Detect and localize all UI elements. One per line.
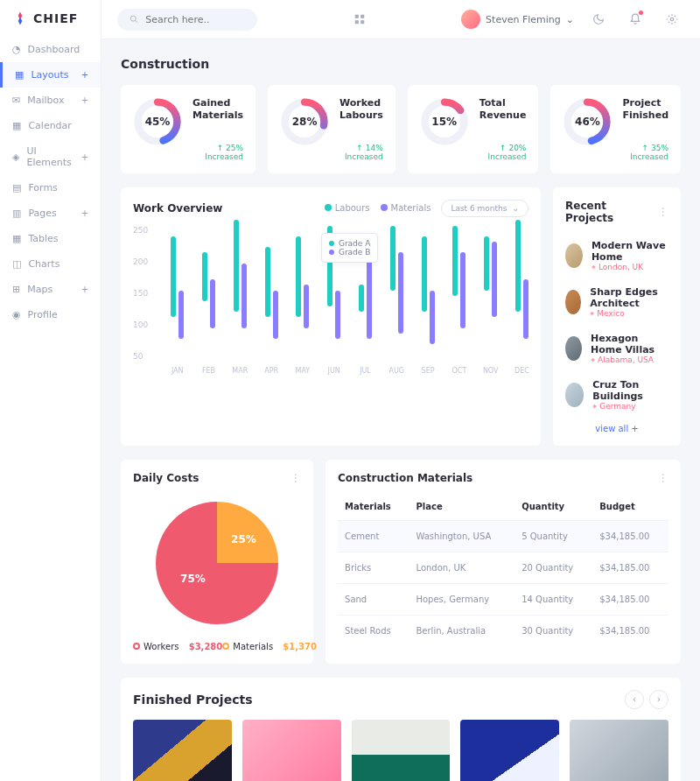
overview-chart: 25020015010050 Grade A Grade B JANFEBMAR… xyxy=(133,226,528,375)
search-box[interactable] xyxy=(117,9,257,31)
bar-column: DEC xyxy=(515,220,528,360)
nav-icon: ⊞ xyxy=(12,284,20,295)
gear-icon xyxy=(666,13,678,25)
nav-label: Mailbox xyxy=(27,95,64,106)
recent-project-item[interactable]: Cruz Ton Buildings⌖Germany xyxy=(565,372,668,419)
finished-project[interactable]: The Great Paradise⌖ Germany xyxy=(352,720,451,781)
project-image xyxy=(242,720,341,781)
nav-icon: ▦ xyxy=(12,120,21,131)
finished-title: Finished Projects xyxy=(133,693,253,707)
nav-label: Maps xyxy=(27,284,52,295)
work-overview-card: Work Overview Labours Materials Last 6 m… xyxy=(121,187,541,446)
kpi-row: 45%Gained Materials↑ 25% Increased28%Wor… xyxy=(121,85,681,173)
bar-column: AUG xyxy=(390,226,403,361)
bar-column: OCT xyxy=(452,226,466,361)
recent-project-item[interactable]: Sharp Edges Architect⌖Mexico xyxy=(565,279,668,326)
sidebar-item-dashboard[interactable]: ◔Dashboard xyxy=(0,37,101,62)
table-row[interactable]: SandHopes, Germany14 Quantity$34,185.00 xyxy=(338,583,668,615)
pin-icon: ⌖ xyxy=(592,402,597,412)
sidebar-item-forms[interactable]: ▤Forms xyxy=(0,175,101,201)
finished-project[interactable]: The Great Paradise⌖ Germany xyxy=(133,720,232,781)
sidebar-item-profile[interactable]: ◉Profile xyxy=(0,302,101,327)
theme-toggle[interactable] xyxy=(586,7,611,32)
more-icon[interactable]: ⋮ xyxy=(658,472,668,484)
finished-project[interactable]: The Great Paradise⌖ Germany xyxy=(460,720,559,781)
sidebar-item-pages[interactable]: ▥Pages+ xyxy=(0,201,101,226)
table-row[interactable]: BricksLondon, UK20 Quantity$34,185.00 xyxy=(338,552,668,583)
svg-point-6 xyxy=(670,18,674,21)
recent-project-item[interactable]: Modern Wave Home⌖London, UK xyxy=(565,233,668,279)
sidebar-item-charts[interactable]: ◫Charts xyxy=(0,251,101,277)
sidebar-item-layouts[interactable]: ▦Layouts+ xyxy=(0,62,101,88)
moon-icon xyxy=(592,13,605,25)
view-all-link[interactable]: view all + xyxy=(565,424,668,433)
settings-button[interactable] xyxy=(660,7,684,32)
pie-label-25: 25% xyxy=(231,533,256,545)
legend-materials[interactable]: Materials xyxy=(381,203,431,213)
overview-title: Work Overview xyxy=(133,202,222,215)
user-name: Steven Fleming xyxy=(486,14,561,25)
period-select[interactable]: Last 6 months⌄ xyxy=(441,200,528,217)
pie-label-75: 75% xyxy=(180,573,206,585)
prev-button[interactable]: ‹ xyxy=(625,690,644,709)
sidebar-item-maps[interactable]: ⊞Maps+ xyxy=(0,277,101,302)
project-location: ⌖Germany xyxy=(592,402,668,412)
expand-icon: + xyxy=(81,95,88,105)
bell-icon xyxy=(629,13,641,25)
project-image xyxy=(133,720,232,781)
expand-icon: + xyxy=(81,152,88,162)
next-button[interactable]: › xyxy=(649,690,668,709)
nav-icon: ▦ xyxy=(15,69,24,81)
table-row[interactable]: CementWashington, USA5 Quantity$34,185.0… xyxy=(338,520,668,552)
recent-project-item[interactable]: Hexagon Home Villas⌖Alabama, USA xyxy=(565,326,668,372)
page-title: Construction xyxy=(121,57,681,71)
table-row[interactable]: Steel RodsBerlin, Australia30 Quantity$3… xyxy=(338,615,668,646)
nav-label: UI Elements xyxy=(26,145,74,168)
expand-icon: + xyxy=(81,285,88,294)
expand-icon: + xyxy=(81,208,88,218)
table-header: Place xyxy=(409,493,514,521)
project-location: ⌖London, UK xyxy=(592,263,668,272)
more-icon[interactable]: ⋮ xyxy=(658,206,668,218)
apps-icon[interactable] xyxy=(354,13,366,25)
brand-logo[interactable]: CHIEF xyxy=(0,0,101,37)
materials-table: MaterialsPlaceQuantityBudget CementWashi… xyxy=(338,493,668,646)
svg-rect-3 xyxy=(360,15,364,18)
kpi-card: 15%Total Revenue↑ 20% Increased xyxy=(408,85,539,173)
kpi-card: 28%Worked Labours↑ 14% Increased xyxy=(268,85,396,173)
legend-labours[interactable]: Labours xyxy=(325,203,370,213)
sidebar-item-mailbox[interactable]: ✉Mailbox+ xyxy=(0,88,101,113)
nav-list: ◔Dashboard▦Layouts+✉Mailbox+▦Calendar◈UI… xyxy=(0,37,101,781)
chevron-down-icon: ⌄ xyxy=(566,14,574,25)
svg-line-1 xyxy=(135,20,137,23)
project-thumb xyxy=(565,383,584,407)
project-name: Sharp Edges Architect xyxy=(590,286,668,309)
svg-rect-2 xyxy=(354,15,358,18)
pin-icon: ⌖ xyxy=(591,355,595,365)
user-menu[interactable]: Steven Fleming ⌄ xyxy=(461,10,574,29)
kpi-title: Project Finished xyxy=(622,97,668,123)
kpi-delta: ↑ 25% Increased xyxy=(192,144,243,161)
pin-icon: ⌖ xyxy=(590,309,594,319)
nav-icon: ✉ xyxy=(12,95,20,106)
project-image xyxy=(570,720,668,781)
finished-project[interactable]: The Great Paradise⌖ Germany xyxy=(570,720,668,781)
table-header: Quantity xyxy=(514,493,592,521)
project-image xyxy=(352,720,451,781)
bar-column: NOV xyxy=(484,236,497,361)
legend-materials: Materials $1,370 xyxy=(222,642,317,651)
finished-project[interactable]: The Great Paradise⌖ Germany xyxy=(242,720,341,781)
more-icon[interactable]: ⋮ xyxy=(290,472,301,484)
overview-legend: Labours Materials Last 6 months⌄ xyxy=(325,200,528,217)
sidebar-item-calendar[interactable]: ▦Calendar xyxy=(0,113,101,138)
notifications-button[interactable] xyxy=(623,7,648,32)
sidebar-item-tables[interactable]: ▦Tables xyxy=(0,226,101,251)
project-name: Modern Wave Home xyxy=(592,240,668,263)
search-input[interactable] xyxy=(145,14,245,25)
sidebar-item-ui-elements[interactable]: ◈UI Elements+ xyxy=(0,138,101,175)
kpi-delta: ↑ 35% Increased xyxy=(622,144,668,161)
kpi-delta: ↑ 20% Increased xyxy=(480,144,527,161)
svg-rect-5 xyxy=(360,20,364,24)
project-thumb xyxy=(565,290,581,314)
expand-icon: + xyxy=(81,70,88,80)
